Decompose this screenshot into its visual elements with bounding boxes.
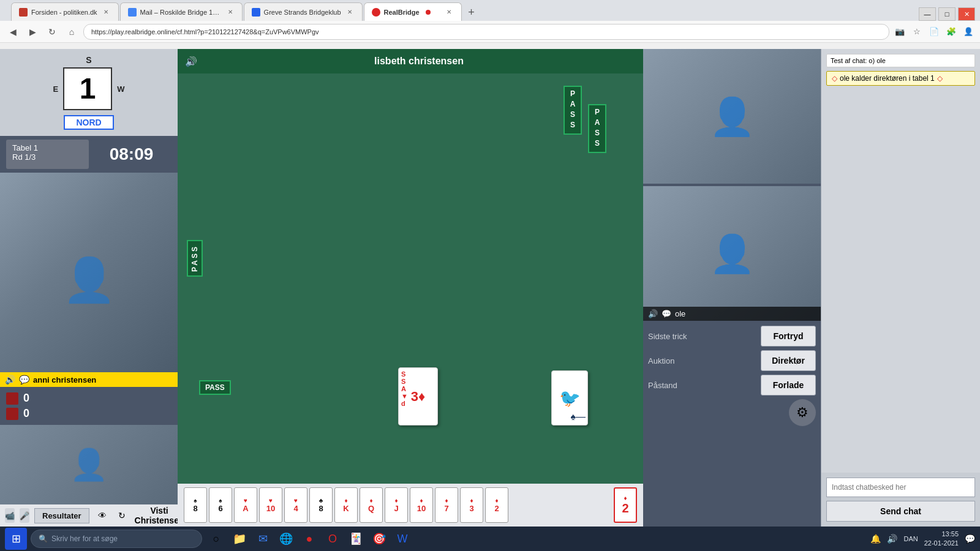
tab-label-4: RealBridge <box>384 9 420 16</box>
diamond-icon-right: ◇ <box>937 74 943 83</box>
recording-dot <box>426 10 431 15</box>
taskbar-mail[interactable]: ✉ <box>252 528 273 549</box>
compass-west-label: W <box>117 84 124 94</box>
score-dot-1 <box>6 392 18 405</box>
refresh-icon[interactable]: ↻ <box>114 508 130 523</box>
taskbar-language: DAN <box>903 535 918 542</box>
profile-icon[interactable]: 👤 <box>962 25 975 39</box>
chat-input[interactable] <box>826 478 975 497</box>
hand-card-12[interactable]: ♦ 3 <box>460 487 483 523</box>
hand-card-7[interactable]: ♦ K <box>334 487 358 523</box>
video-south-east: 👤 🔊 💬 ole <box>643 186 821 321</box>
hand-card-5[interactable]: ♥ 4 <box>284 487 307 523</box>
hand-card-10[interactable]: ♦ 10 <box>410 487 433 523</box>
taskbar-cortana[interactable]: ○ <box>206 528 227 549</box>
chat-icon-west: 💬 <box>19 375 29 384</box>
camera-toggle[interactable]: 📹 <box>5 508 15 523</box>
table-suit-icon: ♠— <box>571 411 586 422</box>
taskbar-notification-icon: 🔔 <box>870 534 881 544</box>
settings-button[interactable]: ⚙ <box>789 399 816 426</box>
director-button[interactable]: Direktør <box>761 350 816 371</box>
tab-bar: Forsiden - politiken.dk ✕ Mail – Roskild… <box>0 0 980 21</box>
tab-bridge-klub[interactable]: Greve Strands Bridgeklub ✕ <box>244 2 363 21</box>
undo-button[interactable]: Fortryd <box>761 326 816 347</box>
hand-card-2[interactable]: ♠ 6 <box>209 487 232 523</box>
tab-label-1: Forsiden - politiken.dk <box>31 9 97 16</box>
tab-close-1[interactable]: ✕ <box>101 7 111 17</box>
card-value-center: 3♦ <box>411 389 425 405</box>
person-icon-ne: 👤 <box>709 95 755 138</box>
video-feed-west: 👤 <box>0 173 178 387</box>
pass-north2-area: PASS <box>588 104 606 153</box>
taskbar-word[interactable]: W <box>392 528 413 549</box>
taskbar-unknown[interactable]: 🎯 <box>369 528 390 549</box>
bookmark-icon[interactable]: ☆ <box>910 25 924 39</box>
hand-card-3[interactable]: ♥ A <box>234 487 257 523</box>
green-table: PASS PASS PASS PASS SSA▼d 3♦ <box>178 73 643 484</box>
send-chat-button[interactable]: Send chat <box>826 501 975 522</box>
new-tab-button[interactable]: + <box>463 4 480 21</box>
taskbar-notifications-btn[interactable]: 💬 <box>965 534 975 544</box>
extensions-icon[interactable]: 🧩 <box>944 25 958 39</box>
hand-card-8[interactable]: ♦ Q <box>360 487 383 523</box>
score-area: 0 0 <box>0 387 178 425</box>
minimize-btn[interactable]: — <box>919 7 936 21</box>
hand-card-9[interactable]: ♦ J <box>385 487 408 523</box>
score-row-1: 0 <box>6 392 172 405</box>
person-icon-west: 👤 <box>62 255 116 305</box>
pass-west-area: PASS <box>187 240 203 277</box>
hand-card-6[interactable]: ♣ 8 <box>309 487 333 523</box>
maximize-btn[interactable]: □ <box>938 7 956 21</box>
taskbar-file-explorer[interactable]: 📁 <box>229 528 250 549</box>
tab-realbridge[interactable]: RealBridge ✕ <box>364 2 462 21</box>
compass-east-label: E <box>53 84 59 94</box>
forward-btn[interactable]: ▶ <box>24 24 40 40</box>
hand-card-4[interactable]: ♥ 10 <box>259 487 282 523</box>
eye-icon[interactable]: 👁 <box>94 508 110 523</box>
taskbar-chrome[interactable]: ● <box>299 528 320 549</box>
action-row-1: Sidste trick Fortryd <box>648 326 816 347</box>
hand-card-14[interactable]: ♦ 2 <box>614 487 637 523</box>
results-button[interactable]: Resultater <box>34 508 89 523</box>
tab-politiken[interactable]: Forsiden - politiken.dk ✕ <box>11 2 119 21</box>
leave-button[interactable]: Forlade <box>761 375 816 395</box>
taskbar-search[interactable]: 🔍 Skriv her for at søge <box>31 530 202 548</box>
video-west-person: 👤 <box>0 173 178 387</box>
compass-area: S E 1 W NORD <box>0 49 178 136</box>
tab-label-2: Mail – Roskilde Bridge 1945 – O... <box>140 9 223 16</box>
tab-close-3[interactable]: ✕ <box>345 7 355 17</box>
east-player-name: ole <box>675 309 685 318</box>
back-btn[interactable]: ◀ <box>5 24 21 40</box>
chat-panel: Test af chat: o) ole ◇ ole kalder direkt… <box>821 49 980 527</box>
compass-south-label: S <box>86 55 91 65</box>
east-player-label: 🔊 💬 ole <box>643 307 821 321</box>
tab-close-4[interactable]: ✕ <box>444 7 454 17</box>
hand-card-13[interactable]: ♦ 2 <box>485 487 508 523</box>
video-feed-south-east: 👤 <box>643 186 821 321</box>
center-card-area: SSA▼d 3♦ <box>398 367 438 425</box>
mic-toggle[interactable]: 🎤 <box>20 508 29 523</box>
refresh-btn[interactable]: ↻ <box>44 24 60 40</box>
start-button[interactable]: ⊞ <box>5 528 27 550</box>
home-btn[interactable]: ⌂ <box>64 24 80 40</box>
close-btn[interactable]: ✕ <box>958 7 975 21</box>
tab-favicon-3 <box>252 8 260 17</box>
score-dot-2 <box>6 408 18 420</box>
search-icon-taskbar: 🔍 <box>39 534 48 543</box>
taskbar-edge[interactable]: 🌐 <box>276 528 296 549</box>
address-input[interactable] <box>83 24 889 40</box>
tab-close-2[interactable]: ✕ <box>227 7 235 17</box>
window-controls: — □ ✕ <box>919 7 975 21</box>
search-placeholder: Skriv her for at søge <box>51 534 118 543</box>
browser-chrome: Forsiden - politiken.dk ✕ Mail – Roskild… <box>0 0 980 49</box>
tab-mail[interactable]: Mail – Roskilde Bridge 1945 – O... ✕ <box>120 2 243 21</box>
chat-messages: Test af chat: o) ole ◇ ole kalder direkt… <box>821 49 980 473</box>
hand-card-1[interactable]: ♠ 8 <box>184 487 207 523</box>
taskbar-opera[interactable]: O <box>322 528 343 549</box>
taskbar-cards[interactable]: 🃏 <box>345 528 366 549</box>
hand-card-11[interactable]: ♦ 7 <box>435 487 458 523</box>
chat-input-area: Send chat <box>821 473 980 527</box>
north-player-name: lisbeth christensen <box>202 56 636 67</box>
browser-icons: 📷 ☆ 📄 🧩 👤 <box>893 25 975 39</box>
diamond-icon-left: ◇ <box>832 74 837 83</box>
